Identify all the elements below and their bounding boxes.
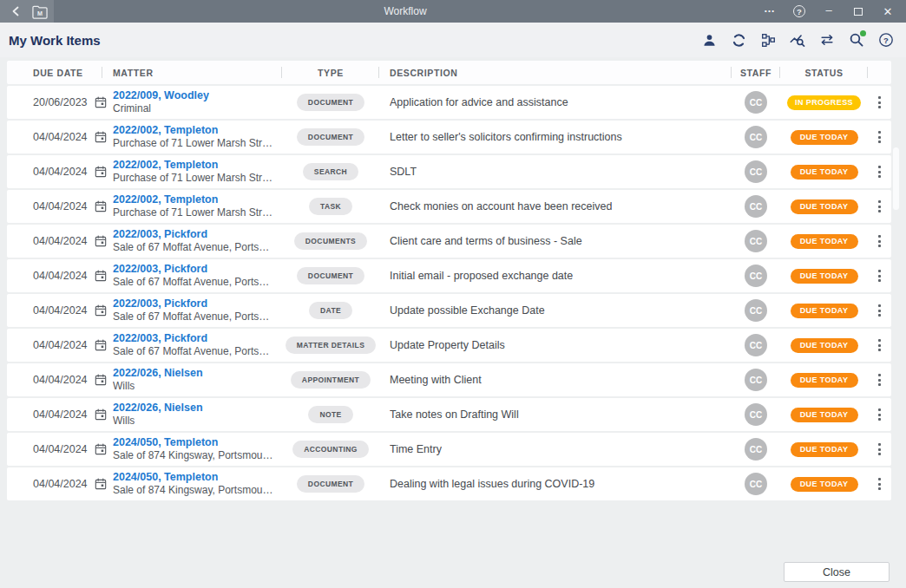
- row-menu-button[interactable]: [871, 230, 888, 252]
- table-row: 04/04/20242022/026, NielsenWillsAPPOINTM…: [7, 363, 891, 396]
- staff-avatar[interactable]: CC: [745, 160, 767, 183]
- type-badge: ACCOUNTING: [292, 441, 369, 458]
- staff-avatar[interactable]: CC: [745, 299, 767, 322]
- column-header-description[interactable]: DESCRIPTION: [379, 61, 732, 84]
- matter-link[interactable]: 2022/002, Templeton: [113, 124, 218, 137]
- staff-avatar[interactable]: CC: [745, 403, 767, 426]
- due-date-value: 04/04/2024: [33, 374, 88, 386]
- matter-link[interactable]: 2022/002, Templeton: [113, 159, 218, 172]
- work-item-description: Update possible Exchange Date: [390, 304, 545, 317]
- type-badge: DOCUMENT: [297, 475, 364, 493]
- close-button[interactable]: Close: [784, 562, 890, 582]
- row-menu-button[interactable]: [871, 91, 888, 114]
- due-date-value: 04/04/2024: [33, 235, 88, 247]
- titlebar-help-button[interactable]: ?: [785, 0, 814, 23]
- due-date-value: 04/04/2024: [33, 304, 88, 317]
- staff-avatar[interactable]: CC: [745, 230, 767, 252]
- matter-link[interactable]: 2022/026, Nielsen: [113, 402, 203, 415]
- due-date-value: 04/04/2024: [33, 443, 88, 455]
- page-header: My Work Items: [0, 23, 906, 57]
- folder-m-icon: M: [31, 4, 49, 19]
- matter-link[interactable]: 2022/003, Pickford: [113, 297, 207, 310]
- matter-link[interactable]: 2022/009, Woodley: [113, 89, 209, 102]
- row-menu-button[interactable]: [871, 473, 888, 495]
- refresh-button[interactable]: [729, 30, 748, 49]
- audit-trail-button[interactable]: [788, 30, 807, 49]
- table-row: 04/04/20242022/002, TempletonPurchase of…: [7, 121, 891, 154]
- table-row: 04/04/20242022/003, PickfordSale of 67 M…: [7, 294, 891, 327]
- minimize-button[interactable]: –: [814, 0, 844, 23]
- staff-avatar[interactable]: CC: [745, 334, 767, 356]
- staff-avatar[interactable]: CC: [745, 369, 767, 391]
- matter-link[interactable]: 2022/003, Pickford: [113, 332, 207, 345]
- matter-link[interactable]: 2022/026, Nielsen: [113, 367, 203, 380]
- staff-filter-button[interactable]: [699, 30, 719, 49]
- row-menu-button[interactable]: [871, 265, 888, 287]
- page-title: My Work Items: [9, 33, 101, 48]
- due-date-value: 20/06/2023: [33, 96, 88, 108]
- due-date-value: 04/04/2024: [33, 408, 88, 421]
- row-menu-button[interactable]: [871, 438, 888, 461]
- matter-link[interactable]: 2022/003, Pickford: [113, 228, 207, 241]
- search-button[interactable]: [847, 30, 866, 49]
- matter-description: Sale of 67 Moffat Avenue, Portsmou...: [113, 345, 275, 358]
- column-header-staff[interactable]: STAFF: [732, 61, 780, 84]
- workflow-icon: [761, 33, 776, 48]
- refresh-icon: [732, 33, 746, 48]
- matter-link[interactable]: 2024/050, Templeton: [113, 471, 218, 484]
- staff-avatar[interactable]: CC: [745, 91, 767, 114]
- staff-avatar[interactable]: CC: [745, 195, 767, 218]
- matter-folder-button[interactable]: M: [30, 1, 50, 22]
- work-item-description: Client care and terms of business - Sale: [390, 235, 582, 247]
- type-badge: SEARCH: [303, 163, 358, 180]
- toolbar: ?: [699, 30, 896, 49]
- transfer-button[interactable]: [817, 30, 837, 49]
- table-row: 04/04/20242022/026, NielsenWillsNOTETake…: [7, 398, 891, 431]
- help-icon: ?: [793, 5, 805, 17]
- row-menu-button[interactable]: [871, 334, 888, 356]
- work-item-description: Time Entry: [390, 443, 442, 455]
- row-menu-button[interactable]: [871, 403, 888, 426]
- maximize-button[interactable]: [844, 0, 873, 23]
- chart-search-icon: [790, 32, 805, 48]
- staff-avatar[interactable]: CC: [745, 473, 767, 495]
- row-menu-button[interactable]: [871, 195, 888, 218]
- matter-link[interactable]: 2022/002, Templeton: [113, 193, 218, 206]
- more-options-button[interactable]: …: [755, 0, 785, 23]
- matter-description: Sale of 67 Moffat Avenue, Portsmou...: [113, 310, 275, 323]
- close-window-button[interactable]: ✕: [873, 0, 903, 23]
- staff-avatar[interactable]: CC: [745, 438, 767, 461]
- matter-description: Criminal: [113, 102, 151, 115]
- staff-avatar[interactable]: CC: [745, 126, 767, 148]
- row-menu-button[interactable]: [871, 299, 888, 322]
- work-items-table: DUE DATE MATTER TYPE DESCRIPTION STAFF S…: [7, 61, 891, 500]
- chevron-left-icon: [10, 5, 21, 17]
- status-badge: IN PROGRESS: [787, 95, 861, 110]
- due-date-value: 04/04/2024: [33, 270, 88, 282]
- status-badge: DUE TODAY: [791, 442, 858, 457]
- table-row: 04/04/20242022/003, PickfordSale of 67 M…: [7, 329, 891, 362]
- workflow-diagram-button[interactable]: [758, 30, 778, 49]
- row-menu-button[interactable]: [871, 126, 888, 148]
- column-header-due-date[interactable]: DUE DATE: [7, 61, 102, 84]
- row-menu-button[interactable]: [871, 369, 888, 391]
- column-header-type[interactable]: TYPE: [282, 61, 379, 84]
- work-item-description: SDLT: [390, 166, 417, 178]
- work-item-description: Check monies on account have been receiv…: [390, 200, 612, 212]
- column-header-actions: [868, 61, 891, 84]
- row-menu-button[interactable]: [871, 160, 888, 183]
- matter-link[interactable]: 2022/003, Pickford: [113, 263, 207, 276]
- status-badge: DUE TODAY: [791, 477, 858, 492]
- help-button[interactable]: ?: [876, 30, 896, 49]
- work-item-description: Application for advice and assistance: [390, 96, 568, 108]
- staff-avatar[interactable]: CC: [745, 265, 767, 287]
- matter-link[interactable]: 2024/050, Templeton: [113, 436, 218, 449]
- table-row: 04/04/20242022/003, PickfordSale of 67 M…: [7, 225, 891, 258]
- matter-description: Wills: [113, 415, 135, 428]
- column-header-status[interactable]: STATUS: [780, 61, 868, 84]
- type-badge: DOCUMENTS: [294, 232, 367, 250]
- column-header-matter[interactable]: MATTER: [102, 61, 282, 84]
- scrollbar-thumb[interactable]: [893, 147, 899, 210]
- back-button[interactable]: [5, 1, 26, 22]
- due-date-value: 04/04/2024: [33, 131, 88, 143]
